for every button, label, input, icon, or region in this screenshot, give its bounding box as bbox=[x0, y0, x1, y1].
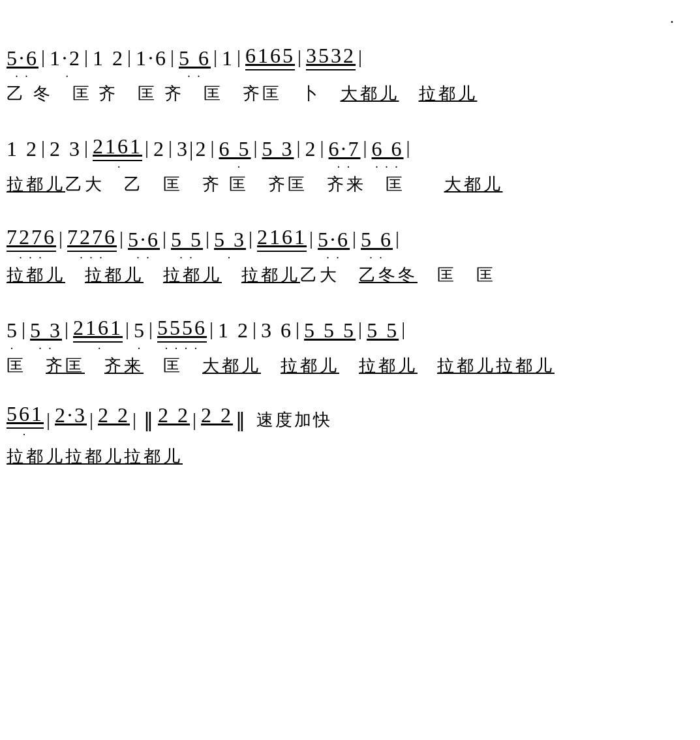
note-block: 5 6 · · bbox=[361, 228, 393, 261]
note-block: 5·6 · · bbox=[128, 228, 160, 261]
note-dots: · · · bbox=[375, 161, 400, 170]
barline: | bbox=[406, 136, 412, 159]
note-block: 2161 bbox=[257, 225, 307, 261]
row5-lyrics: 拉都儿 拉都儿 拉都儿 bbox=[7, 445, 693, 468]
note-text: 5 3 bbox=[262, 137, 294, 161]
barline: | bbox=[309, 227, 315, 249]
note-text: 7276 bbox=[7, 225, 56, 252]
lyric: 匡 bbox=[437, 264, 476, 286]
note-text: 1 2 bbox=[93, 46, 125, 70]
note-dots bbox=[166, 427, 181, 437]
note-block: 6 5 · bbox=[219, 137, 251, 170]
note-text: 5 3 bbox=[30, 318, 62, 343]
double-barline-end: ‖ bbox=[236, 409, 247, 431]
note-text: 5 bbox=[7, 318, 19, 343]
note-block: 1 2 bbox=[93, 46, 125, 80]
barline: | bbox=[125, 318, 131, 340]
lyric: 大都儿 bbox=[341, 82, 419, 105]
lyric: 齐来 bbox=[327, 173, 386, 196]
barline: | bbox=[237, 46, 243, 68]
barline: | bbox=[170, 46, 176, 68]
note-dots: · · bbox=[38, 343, 53, 352]
top-decoration: · bbox=[7, 13, 693, 31]
note-text: 5 6 bbox=[179, 46, 211, 70]
lyric: 大都儿 bbox=[202, 354, 281, 377]
barline: | bbox=[297, 46, 303, 68]
row5-notation: 561 · | 2·3 | 2 2 | ‖ 2 2 | 2 2 ‖ bbox=[7, 397, 693, 442]
note-dots bbox=[15, 161, 30, 170]
note-block: 561 · bbox=[7, 402, 44, 438]
barline: | bbox=[395, 227, 401, 249]
lyric: 乙 冬 bbox=[7, 82, 72, 105]
lyric: 齐匡 bbox=[46, 354, 104, 377]
note-block: 1 2 bbox=[7, 137, 38, 170]
note-block: 3 6 bbox=[261, 318, 293, 352]
barline: | bbox=[41, 136, 47, 159]
note-block: 2 bbox=[305, 137, 318, 170]
note-text: 6165 bbox=[245, 44, 295, 70]
note-dots bbox=[101, 70, 116, 80]
lyric: 拉都儿 bbox=[124, 445, 183, 468]
note-block: 2 2 bbox=[98, 403, 130, 437]
note-text: 1 bbox=[222, 46, 234, 70]
row4-lyrics: 匡 齐匡 齐来 匡 大都儿 拉都儿 拉都儿 拉都儿 拉都儿 bbox=[7, 354, 693, 377]
note-text: 6·7 bbox=[329, 137, 361, 161]
barline: | bbox=[358, 46, 364, 68]
barline: | bbox=[149, 318, 155, 340]
score-container: · 5·6 · · | 1·2 · | 1 2 | 1·6 | 5 6 · bbox=[7, 13, 693, 468]
note-block: 7276 · · · bbox=[7, 225, 56, 261]
barline: | bbox=[363, 136, 369, 159]
barline: | bbox=[192, 409, 198, 431]
note-dots: · · bbox=[187, 70, 202, 80]
lyric: 拉都儿 bbox=[65, 445, 124, 468]
note-dots bbox=[226, 343, 241, 352]
note-text: 2161 bbox=[257, 225, 307, 252]
note-dots bbox=[375, 343, 390, 352]
note-text: 2161 bbox=[73, 316, 123, 343]
note-block: 2 2 bbox=[201, 403, 233, 437]
lyric: 拉都儿 bbox=[7, 264, 85, 286]
note-block: 3|2 bbox=[177, 137, 207, 170]
note-block: 5 5 · · bbox=[171, 228, 203, 261]
note-block: 3532 bbox=[306, 44, 356, 80]
row3-notation: 7276 · · · | 7276 · · · | 5·6 · · | 5 5 … bbox=[7, 215, 693, 261]
note-text: 1 2 bbox=[218, 318, 250, 343]
barline: | bbox=[119, 227, 125, 249]
row1-notation: 5·6 · · | 1·2 · | 1 2 | 1·6 | 5 6 · · | bbox=[7, 34, 693, 80]
note-dots bbox=[209, 427, 224, 437]
barline: | bbox=[46, 409, 52, 431]
note-text: 2 bbox=[153, 137, 166, 161]
lyric: 乙冬冬 bbox=[359, 264, 437, 286]
note-text: 5·6 bbox=[128, 228, 160, 252]
double-barline: ‖ bbox=[144, 409, 155, 431]
note-text: 1 2 bbox=[7, 137, 38, 161]
barline: | bbox=[352, 227, 358, 249]
barline: | bbox=[253, 136, 259, 159]
lyric: 拉都儿 bbox=[496, 354, 555, 377]
barline: | bbox=[168, 136, 174, 159]
note-text: 6 5 bbox=[219, 137, 251, 161]
barline: | bbox=[249, 227, 254, 249]
note-dots: · · bbox=[15, 70, 30, 80]
barline: | bbox=[132, 409, 138, 431]
barline: | bbox=[84, 46, 90, 68]
note-dots: · bbox=[222, 252, 237, 261]
note-block: 2161 · bbox=[93, 134, 142, 170]
lyric: 拉都儿 bbox=[359, 354, 437, 377]
lyric: 匡 齐 bbox=[72, 82, 138, 105]
note-block: 5 3 bbox=[262, 137, 294, 170]
note-dots bbox=[106, 427, 121, 437]
barline: | bbox=[296, 318, 301, 340]
note-block: 5 3 · bbox=[214, 228, 246, 261]
row1-lyrics: 乙 冬 匡 齐 匡 齐 匡 齐匡 卜 大都儿 拉都儿 bbox=[7, 82, 693, 105]
lyric: 乙大 bbox=[300, 264, 359, 286]
lyric: 拉都儿 bbox=[419, 82, 478, 105]
barline: | bbox=[84, 136, 90, 159]
note-block: 5 6 · · bbox=[179, 46, 211, 80]
note-block: 6 6 · · · bbox=[372, 137, 404, 170]
note-text: 5·6 bbox=[7, 46, 38, 70]
lyric: 拉都儿 bbox=[7, 445, 65, 468]
lyric: 齐来 bbox=[104, 354, 163, 377]
note-block: 7276 · · · bbox=[67, 225, 117, 261]
lyric: 拉都儿 bbox=[281, 354, 359, 377]
